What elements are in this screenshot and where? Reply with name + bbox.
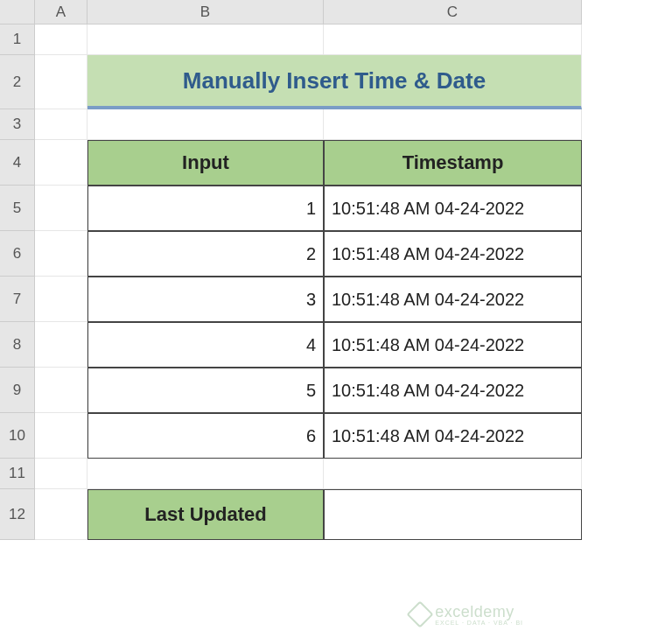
timestamp-cell[interactable]: 10:51:48 AM 04-24-2022 xyxy=(324,413,582,459)
row-header-3[interactable]: 3 xyxy=(0,109,35,140)
input-cell[interactable]: 6 xyxy=(88,413,324,459)
input-cell[interactable]: 2 xyxy=(88,231,324,277)
col-header-b[interactable]: B xyxy=(88,0,324,25)
col-header-c[interactable]: C xyxy=(324,0,582,25)
cell-b3[interactable] xyxy=(88,109,324,140)
watermark-text: exceldemy EXCEL · DATA · VBA · BI xyxy=(435,603,523,626)
spreadsheet-grid: A B C 1 2 Manually Insert Time & Date 3 … xyxy=(0,0,582,540)
cell-a1[interactable] xyxy=(35,25,88,55)
cell-c1[interactable] xyxy=(324,25,582,55)
cell-a6[interactable] xyxy=(35,231,88,277)
logo-icon xyxy=(407,600,434,627)
header-input[interactable]: Input xyxy=(88,140,324,186)
cell-a12[interactable] xyxy=(35,489,88,540)
timestamp-cell[interactable]: 10:51:48 AM 04-24-2022 xyxy=(324,231,582,277)
row-header-9[interactable]: 9 xyxy=(0,368,35,413)
input-cell[interactable]: 3 xyxy=(88,277,324,322)
row-header-11[interactable]: 11 xyxy=(0,459,35,489)
cell-a9[interactable] xyxy=(35,368,88,413)
row-header-4[interactable]: 4 xyxy=(0,140,35,186)
row-header-10[interactable]: 10 xyxy=(0,413,35,459)
timestamp-cell[interactable]: 10:51:48 AM 04-24-2022 xyxy=(324,186,582,231)
cell-a3[interactable] xyxy=(35,109,88,140)
cell-a4[interactable] xyxy=(35,140,88,186)
row-header-6[interactable]: 6 xyxy=(0,231,35,277)
cell-b11[interactable] xyxy=(88,459,324,489)
input-cell[interactable]: 4 xyxy=(88,322,324,368)
timestamp-cell[interactable]: 10:51:48 AM 04-24-2022 xyxy=(324,322,582,368)
header-timestamp[interactable]: Timestamp xyxy=(324,140,582,186)
timestamp-cell[interactable]: 10:51:48 AM 04-24-2022 xyxy=(324,368,582,413)
row-header-5[interactable]: 5 xyxy=(0,186,35,231)
cell-c3[interactable] xyxy=(324,109,582,140)
watermark: exceldemy EXCEL · DATA · VBA · BI xyxy=(410,603,523,626)
cell-a10[interactable] xyxy=(35,413,88,459)
select-all-corner[interactable] xyxy=(0,0,35,25)
cell-a11[interactable] xyxy=(35,459,88,489)
brand-tagline: EXCEL · DATA · VBA · BI xyxy=(435,620,523,626)
last-updated-label[interactable]: Last Updated xyxy=(88,489,324,540)
timestamp-cell[interactable]: 10:51:48 AM 04-24-2022 xyxy=(324,277,582,322)
cell-a7[interactable] xyxy=(35,277,88,322)
last-updated-value[interactable] xyxy=(324,489,582,540)
row-header-8[interactable]: 8 xyxy=(0,322,35,368)
cell-a8[interactable] xyxy=(35,322,88,368)
row-header-12[interactable]: 12 xyxy=(0,489,35,540)
row-header-2[interactable]: 2 xyxy=(0,55,35,109)
cell-a2[interactable] xyxy=(35,55,88,109)
col-header-a[interactable]: A xyxy=(35,0,88,25)
input-cell[interactable]: 5 xyxy=(88,368,324,413)
cell-a5[interactable] xyxy=(35,186,88,231)
input-cell[interactable]: 1 xyxy=(88,186,324,231)
row-header-7[interactable]: 7 xyxy=(0,277,35,322)
title-cell[interactable]: Manually Insert Time & Date xyxy=(88,55,582,109)
row-header-1[interactable]: 1 xyxy=(0,25,35,55)
cell-b1[interactable] xyxy=(88,25,324,55)
cell-c11[interactable] xyxy=(324,459,582,489)
brand-name: exceldemy xyxy=(435,603,514,620)
